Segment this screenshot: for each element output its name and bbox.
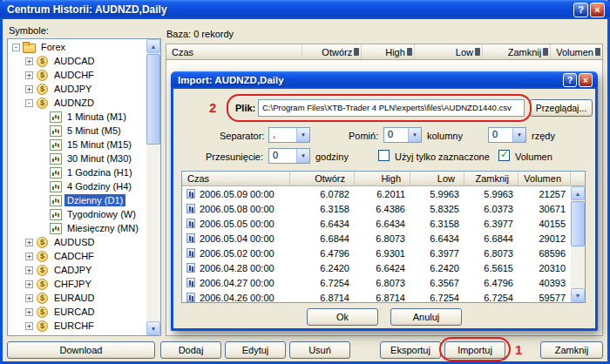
export-button[interactable]: Eksportuj xyxy=(380,341,441,359)
separator-combo[interactable]: , xyxy=(268,127,310,143)
tree-expander-icon[interactable]: + xyxy=(25,322,33,330)
tree-item[interactable]: + CADCHF xyxy=(9,249,146,263)
record-icon xyxy=(186,248,195,258)
import-column-otworz[interactable]: Otwórz xyxy=(290,172,355,185)
import-column-czas[interactable]: Czas xyxy=(182,172,290,185)
column-header-otworz[interactable]: Otwórz xyxy=(302,44,362,59)
cancel-button[interactable]: Anuluj xyxy=(390,308,462,326)
shift-label: Przesunięcie: xyxy=(206,152,263,162)
tree-item-label: EURCHF xyxy=(51,320,97,332)
import-column-volumen[interactable]: Volumen xyxy=(518,172,571,185)
cell-czas: 2006.05.02 00:00 xyxy=(182,246,290,260)
tree-expander-icon[interactable]: + xyxy=(25,239,33,246)
chevron-down-icon[interactable] xyxy=(408,128,421,142)
import-column-high[interactable]: High xyxy=(355,172,410,185)
column-header-volumen[interactable]: Volumen xyxy=(551,44,602,59)
tree-item[interactable]: 30 Minut (M30) xyxy=(9,152,146,165)
tree-expander-icon[interactable]: + xyxy=(25,253,33,260)
import-column-low[interactable]: Low xyxy=(410,172,464,185)
tree-expander-icon[interactable]: + xyxy=(25,71,33,79)
tree-item[interactable]: + AUDUSD xyxy=(9,235,146,249)
tree-item[interactable]: 4 Godziny (H4) xyxy=(9,179,146,193)
tree-item[interactable]: Dzienny (D1) xyxy=(9,193,146,207)
shift-combo[interactable]: 0 xyxy=(268,148,310,164)
cell-low: 6.3977 xyxy=(410,246,464,260)
table-scrollbar-thumb[interactable] xyxy=(571,201,585,246)
cell-high: 6.2011 xyxy=(355,186,410,201)
column-header-zamknij[interactable]: Zamknij xyxy=(483,44,551,59)
tree-item[interactable]: - Forex xyxy=(9,40,146,54)
table-row[interactable]: 2006.05.09 00:00 6.0782 6.2011 5.9963 5.… xyxy=(182,186,571,201)
tree-item[interactable]: + AUDCHF xyxy=(9,68,146,82)
tree-item[interactable]: + EURCAD xyxy=(9,305,146,319)
tree-expander-icon[interactable]: + xyxy=(25,308,33,316)
dialog-help-button[interactable]: ? xyxy=(563,73,577,87)
tree-item[interactable]: Miesięczny (MN) xyxy=(9,221,146,235)
help-button[interactable]: ? xyxy=(573,3,588,17)
tree-item[interactable]: Tygodniowy (W) xyxy=(9,207,146,221)
tree-item-label: 30 Minut (M30) xyxy=(64,152,134,165)
column-header-czas[interactable]: Czas xyxy=(166,44,302,59)
ok-button[interactable]: Ok xyxy=(307,308,378,326)
tree-scrollbar-thumb[interactable] xyxy=(146,54,160,145)
table-row[interactable]: 2006.05.04 00:00 6.6844 6.8073 6.6434 6.… xyxy=(182,231,571,246)
tree-expander-icon[interactable]: + xyxy=(25,85,33,93)
skip-rows-combo[interactable]: 0 xyxy=(488,127,526,143)
use-selected-checkbox[interactable] xyxy=(378,150,390,161)
dialog-close-icon[interactable]: × xyxy=(579,73,593,87)
tree-item-label: 15 Minut (M15) xyxy=(64,138,134,151)
tree-item[interactable]: + AUDCAD xyxy=(9,54,146,68)
tree-expander-icon[interactable]: + xyxy=(25,294,33,302)
tree-expander-icon[interactable]: - xyxy=(25,99,33,107)
tree-expander-icon[interactable]: + xyxy=(25,266,33,274)
import-column-zamknij[interactable]: Zamknij xyxy=(464,172,518,185)
table-row[interactable]: 2006.04.27 00:00 6.7254 6.8073 6.3567 6.… xyxy=(182,275,571,290)
column-header-high[interactable]: High xyxy=(362,44,415,59)
tree-item[interactable]: - AUDNZD xyxy=(9,96,146,110)
volume-checkbox[interactable] xyxy=(498,150,510,161)
table-row[interactable]: 2006.05.05 00:00 6.6434 6.6434 6.3158 6.… xyxy=(182,216,571,231)
column-header-low[interactable]: Low xyxy=(415,44,483,59)
tree-expander-icon[interactable]: - xyxy=(12,44,20,51)
chevron-down-icon[interactable] xyxy=(296,149,309,163)
tree-item[interactable]: 1 Minuta (M1) xyxy=(9,110,146,124)
tree-item[interactable]: 15 Minut (M15) xyxy=(9,138,146,152)
tree-item[interactable]: + EURAUD xyxy=(9,291,146,305)
tree-item[interactable]: + CADJPY xyxy=(9,263,146,277)
tree-item[interactable]: + AUDJPY xyxy=(9,82,146,96)
columns-label: kolumny xyxy=(427,131,463,141)
tree-item[interactable]: + EURCHF xyxy=(9,319,146,333)
table-row[interactable]: 2006.04.28 00:00 6.2420 6.6424 6.2420 6.… xyxy=(182,260,571,275)
chevron-down-icon[interactable] xyxy=(512,128,525,142)
import-button[interactable]: Importuj xyxy=(444,341,505,359)
tree-item[interactable]: + CHFJPY xyxy=(9,277,146,291)
tree-expander-icon[interactable]: + xyxy=(25,280,33,288)
scroll-up-icon[interactable] xyxy=(571,186,585,200)
tree-item[interactable]: 5 Minut (M5) xyxy=(9,124,146,138)
chevron-down-icon[interactable] xyxy=(296,128,309,142)
file-label: Plik: xyxy=(235,103,255,113)
add-button[interactable]: Dodaj xyxy=(160,341,221,359)
edit-button[interactable]: Edytuj xyxy=(225,341,286,359)
table-scrollbar[interactable] xyxy=(571,186,585,302)
delete-button[interactable]: Usuń xyxy=(289,341,350,359)
file-path-input[interactable]: C:\Program Files\XTB-Trader 4 PLN\expert… xyxy=(258,99,525,117)
cell-czas: 2006.04.27 00:00 xyxy=(182,275,290,290)
table-row[interactable]: 2006.04.26 00:00 6.8714 6.8714 6.7254 6.… xyxy=(182,290,571,302)
download-button[interactable]: Download xyxy=(7,341,155,359)
scroll-down-icon[interactable] xyxy=(571,288,585,302)
scroll-down-icon[interactable] xyxy=(146,321,160,335)
close-icon[interactable]: × xyxy=(590,3,605,17)
tree-item-label: 1 Godzina (H1) xyxy=(64,166,135,179)
browse-button[interactable]: Przeglądaj... xyxy=(530,99,593,117)
record-icon xyxy=(186,263,195,273)
tree-scrollbar[interactable] xyxy=(146,39,160,335)
table-row[interactable]: 2006.05.02 00:00 6.4796 6.9301 6.3977 6.… xyxy=(182,246,571,260)
tree-expander-icon[interactable]: + xyxy=(25,57,33,65)
close-button[interactable]: Zamknij xyxy=(540,341,603,359)
table-row[interactable]: 2006.05.08 00:00 6.3158 6.4386 5.8325 6.… xyxy=(182,201,571,216)
tree-item[interactable]: 1 Godzina (H1) xyxy=(9,165,146,179)
tree-item-label: CADCHF xyxy=(51,250,97,262)
scroll-up-icon[interactable] xyxy=(146,39,160,53)
skip-columns-combo[interactable]: 0 xyxy=(383,127,422,143)
